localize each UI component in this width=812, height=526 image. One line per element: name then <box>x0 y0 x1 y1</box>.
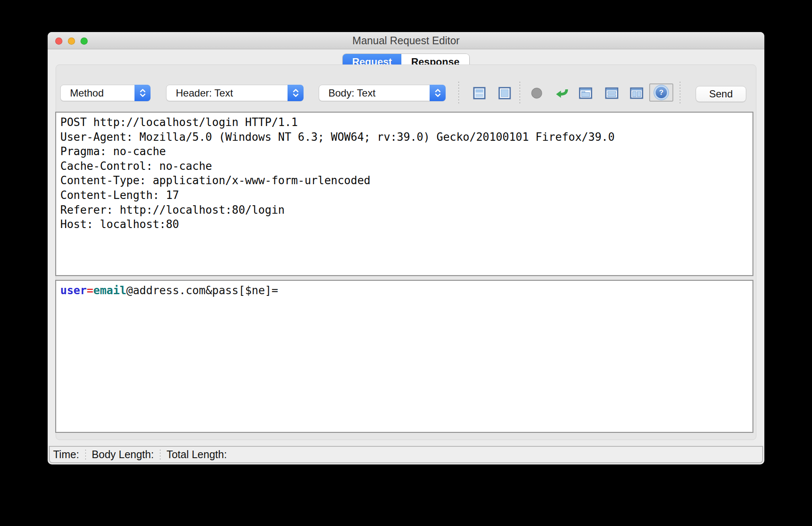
request-header-editor[interactable]: POST http://localhost/login HTTP/1.1User… <box>55 112 753 276</box>
request-body-segment: @address.com&pass[$ne]= <box>126 284 278 297</box>
follow-redirects-button[interactable] <box>555 87 569 99</box>
request-header-line: Cache-Control: no-cache <box>60 159 748 174</box>
combined-display-icon <box>498 87 511 99</box>
top-bottom-layout-icon <box>605 87 618 99</box>
status-time-label: Time: <box>53 448 79 461</box>
record-dot-icon <box>531 87 543 99</box>
request-header-line: Content-Length: 17 <box>60 188 748 203</box>
request-header-line: Referer: http://localhost:80/login <box>60 203 748 217</box>
record-dot-button[interactable] <box>530 87 543 99</box>
status-body-length-label: Body Length: <box>92 448 154 461</box>
request-body-segment: user <box>60 284 87 297</box>
statusbar-separator <box>160 450 161 460</box>
side-by-side-layout-icon <box>630 87 643 99</box>
send-button[interactable]: Send <box>696 86 746 102</box>
tab-layout-icon <box>579 87 592 99</box>
titlebar[interactable]: Manual Request Editor <box>48 32 764 49</box>
help-icon-glyph: ? <box>659 89 663 97</box>
chevron-up-down-icon <box>288 85 304 101</box>
manual-request-editor-window: Manual Request Editor Request Response M… <box>48 32 764 464</box>
window-title: Manual Request Editor <box>48 32 764 49</box>
request-body-editor[interactable]: user=email@address.com&pass[$ne]= <box>55 280 753 433</box>
request-body-segment: email <box>93 284 126 297</box>
request-body-segment: = <box>87 284 94 297</box>
help-button[interactable]: ? <box>649 83 673 102</box>
toolbar-separator <box>458 82 459 105</box>
request-header-line: Pragma: no-cache <box>60 144 748 159</box>
side-by-side-layout-button[interactable] <box>630 87 643 99</box>
tab-layout-button[interactable] <box>579 87 592 99</box>
follow-redirects-icon <box>555 87 569 99</box>
header-format-dropdown-value: Header: Text <box>167 87 288 99</box>
split-display-icon <box>473 87 486 99</box>
split-display-button[interactable] <box>473 87 486 99</box>
chevron-up-down-icon <box>134 85 151 101</box>
chevron-up-down-icon <box>430 85 446 101</box>
toolbar-separator <box>680 82 680 105</box>
request-header-line: Content-Type: application/x-www-form-url… <box>60 173 748 188</box>
statusbar: Time: Body Length: Total Length: <box>49 446 763 463</box>
request-header-line: POST http://localhost/login HTTP/1.1 <box>60 115 748 130</box>
body-format-dropdown[interactable]: Body: Text <box>319 85 446 101</box>
header-format-dropdown[interactable]: Header: Text <box>166 85 304 101</box>
method-dropdown-value: Method <box>61 87 134 99</box>
toolbar-separator <box>519 82 520 105</box>
request-header-line: Host: localhost:80 <box>60 217 748 232</box>
request-header-line: User-Agent: Mozilla/5.0 (Windows NT 6.3;… <box>60 130 748 145</box>
method-dropdown[interactable]: Method <box>60 85 151 101</box>
statusbar-separator <box>85 450 86 460</box>
body-format-dropdown-value: Body: Text <box>319 87 430 99</box>
top-bottom-layout-button[interactable] <box>605 87 618 99</box>
help-icon: ? <box>656 87 667 98</box>
combined-display-button[interactable] <box>498 87 511 99</box>
status-total-length-label: Total Length: <box>167 448 227 461</box>
